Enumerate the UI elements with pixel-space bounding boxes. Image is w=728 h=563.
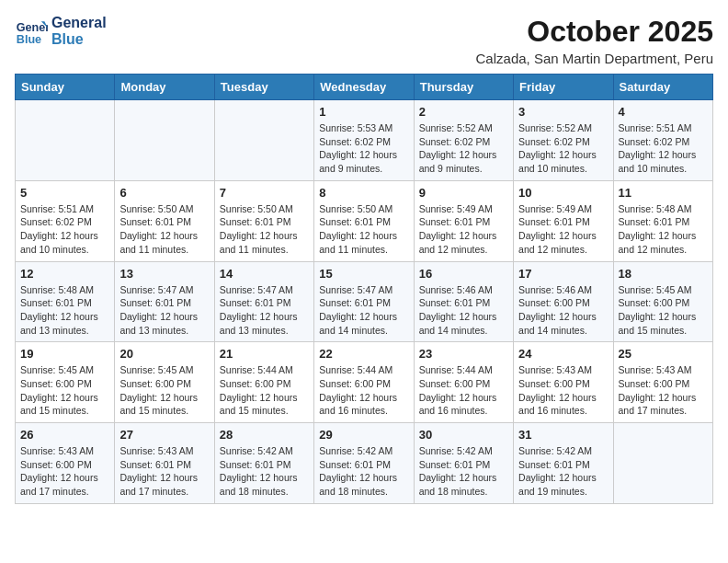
day-info: Sunrise: 5:50 AM Sunset: 6:01 PM Dayligh… bbox=[319, 202, 408, 257]
day-number: 14 bbox=[220, 267, 309, 281]
day-info: Sunrise: 5:43 AM Sunset: 6:00 PM Dayligh… bbox=[518, 363, 608, 418]
day-cell: 21Sunrise: 5:44 AM Sunset: 6:00 PM Dayli… bbox=[214, 342, 313, 423]
day-cell: 6Sunrise: 5:50 AM Sunset: 6:01 PM Daylig… bbox=[115, 180, 214, 261]
day-info: Sunrise: 5:49 AM Sunset: 6:01 PM Dayligh… bbox=[518, 202, 608, 257]
day-number: 29 bbox=[319, 428, 408, 442]
day-info: Sunrise: 5:42 AM Sunset: 6:01 PM Dayligh… bbox=[319, 444, 408, 499]
logo: General Blue General Blue bbox=[15, 15, 107, 49]
day-info: Sunrise: 5:45 AM Sunset: 6:00 PM Dayligh… bbox=[619, 283, 708, 338]
day-number: 19 bbox=[20, 347, 109, 361]
day-number: 21 bbox=[220, 347, 309, 361]
day-info: Sunrise: 5:52 AM Sunset: 6:02 PM Dayligh… bbox=[419, 121, 508, 176]
day-number: 6 bbox=[119, 186, 209, 200]
day-number: 25 bbox=[619, 347, 708, 361]
day-number: 11 bbox=[619, 186, 708, 200]
day-info: Sunrise: 5:50 AM Sunset: 6:01 PM Dayligh… bbox=[119, 202, 209, 257]
weekday-header-monday: Monday bbox=[115, 75, 214, 100]
day-cell: 12Sunrise: 5:48 AM Sunset: 6:01 PM Dayli… bbox=[16, 261, 115, 342]
day-number: 22 bbox=[319, 347, 408, 361]
day-info: Sunrise: 5:49 AM Sunset: 6:01 PM Dayligh… bbox=[419, 202, 508, 257]
day-cell: 15Sunrise: 5:47 AM Sunset: 6:01 PM Dayli… bbox=[314, 261, 414, 342]
day-cell bbox=[214, 100, 313, 181]
day-number: 24 bbox=[518, 347, 608, 361]
day-cell: 4Sunrise: 5:51 AM Sunset: 6:02 PM Daylig… bbox=[613, 100, 712, 181]
day-cell: 8Sunrise: 5:50 AM Sunset: 6:01 PM Daylig… bbox=[314, 180, 414, 261]
day-info: Sunrise: 5:48 AM Sunset: 6:01 PM Dayligh… bbox=[20, 283, 109, 338]
day-number: 7 bbox=[220, 186, 309, 200]
day-info: Sunrise: 5:46 AM Sunset: 6:01 PM Dayligh… bbox=[419, 283, 508, 338]
day-cell: 27Sunrise: 5:43 AM Sunset: 6:01 PM Dayli… bbox=[115, 423, 214, 504]
day-number: 17 bbox=[518, 267, 608, 281]
day-info: Sunrise: 5:42 AM Sunset: 6:01 PM Dayligh… bbox=[220, 444, 309, 499]
day-cell: 16Sunrise: 5:46 AM Sunset: 6:01 PM Dayli… bbox=[414, 261, 513, 342]
day-info: Sunrise: 5:42 AM Sunset: 6:01 PM Dayligh… bbox=[419, 444, 508, 499]
month-title: October 2025 bbox=[476, 15, 713, 49]
day-cell: 23Sunrise: 5:44 AM Sunset: 6:00 PM Dayli… bbox=[414, 342, 513, 423]
day-cell: 9Sunrise: 5:49 AM Sunset: 6:01 PM Daylig… bbox=[414, 180, 513, 261]
weekday-header-thursday: Thursday bbox=[414, 75, 513, 100]
weekday-header-sunday: Sunday bbox=[16, 75, 115, 100]
day-number: 26 bbox=[20, 428, 109, 442]
logo-general: General bbox=[51, 15, 107, 31]
day-info: Sunrise: 5:53 AM Sunset: 6:02 PM Dayligh… bbox=[319, 121, 408, 176]
day-info: Sunrise: 5:47 AM Sunset: 6:01 PM Dayligh… bbox=[119, 283, 209, 338]
day-cell: 3Sunrise: 5:52 AM Sunset: 6:02 PM Daylig… bbox=[514, 100, 613, 181]
day-number: 23 bbox=[419, 347, 508, 361]
day-cell: 29Sunrise: 5:42 AM Sunset: 6:01 PM Dayli… bbox=[314, 423, 414, 504]
day-number: 9 bbox=[419, 186, 508, 200]
weekday-header-saturday: Saturday bbox=[613, 75, 712, 100]
day-number: 28 bbox=[220, 428, 309, 442]
day-number: 2 bbox=[419, 105, 508, 119]
day-cell: 20Sunrise: 5:45 AM Sunset: 6:00 PM Dayli… bbox=[115, 342, 214, 423]
day-cell: 13Sunrise: 5:47 AM Sunset: 6:01 PM Dayli… bbox=[115, 261, 214, 342]
day-info: Sunrise: 5:46 AM Sunset: 6:00 PM Dayligh… bbox=[518, 283, 608, 338]
week-row-1: 1Sunrise: 5:53 AM Sunset: 6:02 PM Daylig… bbox=[16, 100, 713, 181]
day-number: 20 bbox=[119, 347, 209, 361]
day-info: Sunrise: 5:47 AM Sunset: 6:01 PM Dayligh… bbox=[220, 283, 309, 338]
day-info: Sunrise: 5:48 AM Sunset: 6:01 PM Dayligh… bbox=[619, 202, 708, 257]
page-header: General Blue General Blue October 2025 C… bbox=[15, 15, 713, 66]
day-cell bbox=[613, 423, 712, 504]
day-cell bbox=[16, 100, 115, 181]
day-info: Sunrise: 5:43 AM Sunset: 6:01 PM Dayligh… bbox=[119, 444, 209, 499]
weekday-header-friday: Friday bbox=[514, 75, 613, 100]
svg-text:Blue: Blue bbox=[17, 33, 41, 46]
day-cell: 5Sunrise: 5:51 AM Sunset: 6:02 PM Daylig… bbox=[16, 180, 115, 261]
day-info: Sunrise: 5:43 AM Sunset: 6:00 PM Dayligh… bbox=[20, 444, 109, 499]
day-number: 1 bbox=[319, 105, 408, 119]
day-number: 15 bbox=[319, 267, 408, 281]
day-cell: 11Sunrise: 5:48 AM Sunset: 6:01 PM Dayli… bbox=[613, 180, 712, 261]
weekday-header-wednesday: Wednesday bbox=[314, 75, 414, 100]
weekday-header-tuesday: Tuesday bbox=[214, 75, 313, 100]
day-info: Sunrise: 5:47 AM Sunset: 6:01 PM Dayligh… bbox=[319, 283, 408, 338]
day-cell: 19Sunrise: 5:45 AM Sunset: 6:00 PM Dayli… bbox=[16, 342, 115, 423]
day-info: Sunrise: 5:52 AM Sunset: 6:02 PM Dayligh… bbox=[518, 121, 608, 176]
calendar-table: SundayMondayTuesdayWednesdayThursdayFrid… bbox=[15, 74, 713, 504]
logo-blue: Blue bbox=[51, 31, 107, 48]
day-cell: 10Sunrise: 5:49 AM Sunset: 6:01 PM Dayli… bbox=[514, 180, 613, 261]
day-info: Sunrise: 5:43 AM Sunset: 6:00 PM Dayligh… bbox=[619, 363, 708, 418]
day-number: 16 bbox=[419, 267, 508, 281]
week-row-5: 26Sunrise: 5:43 AM Sunset: 6:00 PM Dayli… bbox=[16, 423, 713, 504]
day-number: 3 bbox=[518, 105, 608, 119]
day-info: Sunrise: 5:44 AM Sunset: 6:00 PM Dayligh… bbox=[319, 363, 408, 418]
day-info: Sunrise: 5:51 AM Sunset: 6:02 PM Dayligh… bbox=[20, 202, 109, 257]
day-number: 31 bbox=[518, 428, 608, 442]
day-cell: 25Sunrise: 5:43 AM Sunset: 6:00 PM Dayli… bbox=[613, 342, 712, 423]
day-cell: 18Sunrise: 5:45 AM Sunset: 6:00 PM Dayli… bbox=[613, 261, 712, 342]
day-number: 8 bbox=[319, 186, 408, 200]
day-cell: 31Sunrise: 5:42 AM Sunset: 6:01 PM Dayli… bbox=[514, 423, 613, 504]
day-cell: 7Sunrise: 5:50 AM Sunset: 6:01 PM Daylig… bbox=[214, 180, 313, 261]
week-row-4: 19Sunrise: 5:45 AM Sunset: 6:00 PM Dayli… bbox=[16, 342, 713, 423]
day-cell: 28Sunrise: 5:42 AM Sunset: 6:01 PM Dayli… bbox=[214, 423, 313, 504]
day-number: 27 bbox=[119, 428, 209, 442]
day-info: Sunrise: 5:42 AM Sunset: 6:01 PM Dayligh… bbox=[518, 444, 608, 499]
day-number: 30 bbox=[419, 428, 508, 442]
day-cell bbox=[115, 100, 214, 181]
day-info: Sunrise: 5:44 AM Sunset: 6:00 PM Dayligh… bbox=[419, 363, 508, 418]
day-number: 13 bbox=[119, 267, 209, 281]
day-info: Sunrise: 5:51 AM Sunset: 6:02 PM Dayligh… bbox=[619, 121, 708, 176]
day-cell: 22Sunrise: 5:44 AM Sunset: 6:00 PM Dayli… bbox=[314, 342, 414, 423]
week-row-2: 5Sunrise: 5:51 AM Sunset: 6:02 PM Daylig… bbox=[16, 180, 713, 261]
day-number: 4 bbox=[619, 105, 708, 119]
